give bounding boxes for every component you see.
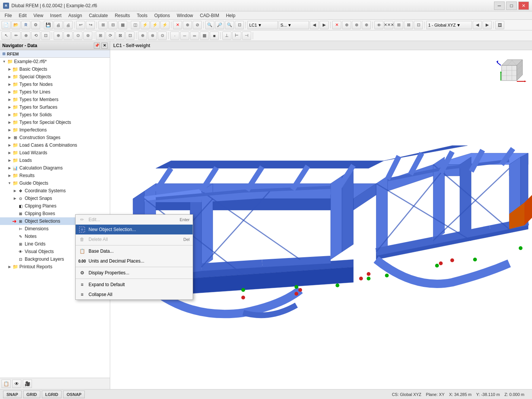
ctx-new-selection[interactable]: New Object Selection... <box>76 225 193 234</box>
toolbar-b8[interactable]: ✕ <box>173 21 182 29</box>
toolbar-xyz-next[interactable]: ▶ <box>483 21 492 29</box>
nav-display-button[interactable]: 👁 <box>12 380 21 388</box>
toolbar-b5[interactable]: ⚡ <box>141 21 150 29</box>
toolbar-c3[interactable]: ⊕ <box>362 21 371 29</box>
minimize-button[interactable]: ─ <box>494 2 505 10</box>
t2-dim2[interactable]: ⊢ <box>232 32 241 40</box>
toolbar-rfem[interactable]: R <box>21 21 30 29</box>
close-button[interactable]: ✕ <box>518 2 529 10</box>
toolbar-redo[interactable]: ↪ <box>86 21 95 29</box>
status-lgrid[interactable]: LGRID <box>42 391 62 398</box>
t2-node[interactable]: · <box>170 32 179 40</box>
menu-results[interactable]: Results <box>112 12 133 19</box>
t2-snap2[interactable]: ⊗ <box>148 32 157 40</box>
toolbar-print2[interactable]: 🖨 <box>63 21 73 29</box>
toolbar-b6[interactable]: ⚡ <box>150 21 160 29</box>
tree-guide-objects[interactable]: ▼ 📁 Guide Objects <box>0 179 110 187</box>
tree-types-nodes[interactable]: ▶ 📁 Types for Nodes <box>0 81 110 88</box>
tree-root[interactable]: ▼ 📁 Example-02.rf6* <box>0 58 110 65</box>
tree-types-lines[interactable]: ▶ 📁 Types for Lines <box>0 88 110 96</box>
toolbar-b7[interactable]: ⚡ <box>160 21 169 29</box>
toolbar-b4[interactable]: ◫ <box>131 21 140 29</box>
t2-member[interactable]: ═ <box>190 32 199 40</box>
ctx-delete-all[interactable]: 🗑 Delete All Del <box>76 234 193 244</box>
toolbar-view4[interactable]: ⊠ <box>404 21 413 29</box>
toolbar-zoom4[interactable]: ⊡ <box>235 21 244 29</box>
toolbar-s[interactable]: S... ▼ <box>279 21 309 29</box>
toolbar-zoom2[interactable]: 🔎 <box>215 21 224 29</box>
t2-b6[interactable]: ⊕ <box>54 32 63 40</box>
t2-rotate[interactable]: ⟳ <box>106 32 115 40</box>
toolbar-undo[interactable]: ↩ <box>76 21 85 29</box>
t2-dim3[interactable]: ⊣ <box>242 32 251 40</box>
toolbar-prev[interactable]: ◀ <box>310 21 319 29</box>
nav-pin-button[interactable]: 📌 <box>94 43 100 49</box>
tree-results[interactable]: ▶ 📁 Results <box>0 172 110 179</box>
menu-calculate[interactable]: Calculate <box>86 12 111 19</box>
menu-view[interactable]: View <box>30 12 46 19</box>
ctx-collapse[interactable]: ≡ Collapse All <box>76 290 193 299</box>
t2-b3[interactable]: ⊕ <box>21 32 30 40</box>
tree-construction-stages[interactable]: ▶ ⊞ Construction Stages <box>0 134 110 141</box>
nav-data-button[interactable]: 📋 <box>2 380 11 388</box>
ctx-edit[interactable]: ✏ Edit... Enter <box>76 215 193 225</box>
status-snap[interactable]: SNAP <box>3 391 22 398</box>
toolbar-open[interactable]: 📂 <box>11 21 21 29</box>
menu-options[interactable]: Options <box>151 12 173 19</box>
t2-b7[interactable]: ⊗ <box>63 32 73 40</box>
ctx-units[interactable]: 0.00 Units and Decimal Places... <box>76 256 193 266</box>
t2-solid[interactable]: ■ <box>210 32 219 40</box>
menu-window[interactable]: Window <box>174 12 196 19</box>
toolbar-del[interactable]: ✕ <box>332 21 341 29</box>
t2-snap3[interactable]: ⊙ <box>158 32 167 40</box>
menu-help[interactable]: Help <box>223 12 239 19</box>
toolbar-view2[interactable]: ✕✕✕ <box>384 21 393 29</box>
toolbar-lc[interactable]: LC1 ▼ <box>247 21 278 29</box>
menu-tools[interactable]: Tools <box>134 12 150 19</box>
nav-close-button[interactable]: ✕ <box>101 43 108 49</box>
tree-object-snaps[interactable]: ▶ ⊙ Object Snaps <box>0 195 110 202</box>
toolbar-new[interactable]: 📄 <box>2 21 11 29</box>
ctx-base-data[interactable]: 📋 Base Data... <box>76 246 193 256</box>
toolbar-settings[interactable]: ⚙ <box>31 21 40 29</box>
tree-types-members[interactable]: ▶ 📁 Types for Members <box>0 96 110 103</box>
toolbar-zoom3[interactable]: 🔍 <box>225 21 234 29</box>
toolbar-view5[interactable]: ⊡ <box>414 21 423 29</box>
tree-basic-objects[interactable]: ▶ 📁 Basic Objects <box>0 65 110 73</box>
tree-load-cases[interactable]: ▶ 📁 Load Cases & Combinations <box>0 141 110 149</box>
t2-b5[interactable]: ⊡ <box>41 32 50 40</box>
menu-cadbim[interactable]: CAD-BIM <box>197 12 222 19</box>
t2-mirror[interactable]: ⊡ <box>125 32 135 40</box>
toolbar-render[interactable]: 🖼 <box>495 21 504 29</box>
toolbar-next[interactable]: ▶ <box>320 21 329 29</box>
toolbar-b3[interactable]: ▦ <box>118 21 127 29</box>
toolbar-view3[interactable]: ⊞ <box>394 21 403 29</box>
status-grid[interactable]: GRID <box>23 391 41 398</box>
toolbar-print[interactable]: 🖨 <box>54 21 63 29</box>
tree-clipping-planes[interactable]: ◧ Clipping Planes <box>0 202 110 210</box>
status-osnap[interactable]: OSNAP <box>63 391 85 398</box>
t2-b1[interactable]: ↖ <box>2 32 11 40</box>
menu-assign[interactable]: Assign <box>65 12 85 19</box>
t2-scale[interactable]: ⊠ <box>116 32 125 40</box>
tree-load-wizards[interactable]: ▶ 📁 Load Wizards <box>0 149 110 157</box>
tree-types-solids[interactable]: ▶ 📁 Types for Solids <box>0 111 110 119</box>
t2-dim[interactable]: ⊥ <box>222 32 231 40</box>
nav-view-button[interactable]: 🎥 <box>23 380 32 388</box>
t2-surface[interactable]: ▦ <box>200 32 209 40</box>
toolbar-xyz[interactable]: 1 - Global XYZ ▼ <box>426 21 472 29</box>
tree-types-surfaces[interactable]: ▶ 📁 Types for Surfaces <box>0 103 110 111</box>
tree-coord-systems[interactable]: ▶ ✥ Coordinate Systems <box>0 187 110 195</box>
toolbar-zoom[interactable]: 🔍 <box>205 21 214 29</box>
t2-line[interactable]: ─ <box>180 32 189 40</box>
ctx-display-props[interactable]: ⚙ Display Properties... <box>76 268 193 278</box>
toolbar-view1[interactable]: 👁 <box>374 21 383 29</box>
t2-snap[interactable]: ⊕ <box>138 32 147 40</box>
toolbar-b1[interactable]: ⊞ <box>98 21 108 29</box>
toolbar-c1[interactable]: ⊕ <box>342 21 351 29</box>
t2-b2[interactable]: ✏ <box>11 32 21 40</box>
t2-b8[interactable]: ⊙ <box>73 32 82 40</box>
toolbar-b2[interactable]: ⊟ <box>108 21 117 29</box>
menu-edit[interactable]: Edit <box>16 12 30 19</box>
tree-loads[interactable]: ▶ 📁 Loads <box>0 157 110 164</box>
